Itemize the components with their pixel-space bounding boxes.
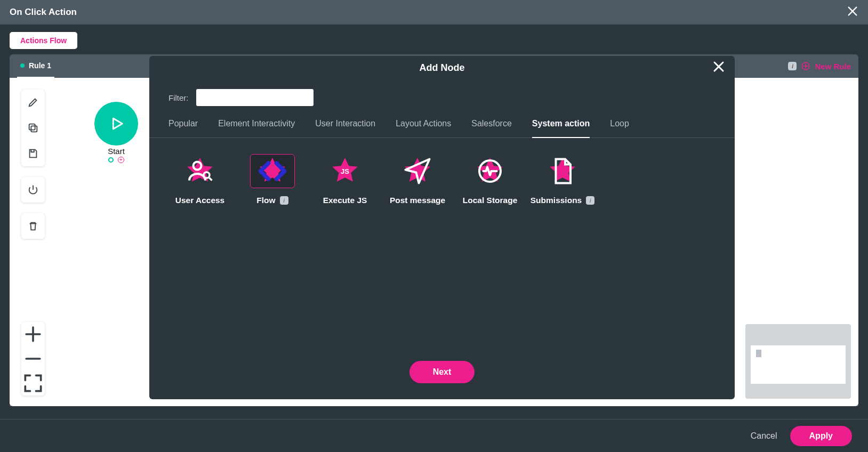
power-button[interactable]: [21, 177, 45, 203]
node-post-message[interactable]: Post message: [386, 154, 449, 205]
plus-circle-icon: [801, 61, 810, 71]
actions-flow-button[interactable]: Actions Flow: [10, 32, 77, 49]
copy-button[interactable]: [21, 115, 45, 141]
delete-button[interactable]: [21, 213, 45, 239]
modal-title: Add Node: [420, 62, 465, 74]
info-icon: i: [788, 62, 797, 70]
canvas-toolbar: [21, 90, 45, 249]
minimap-viewport: [751, 345, 846, 384]
next-button[interactable]: Next: [409, 361, 475, 383]
svg-point-3: [194, 162, 202, 170]
start-node-actions: +: [108, 157, 124, 163]
modal-close-button[interactable]: [712, 60, 725, 75]
tab-user-interaction[interactable]: User Interaction: [315, 119, 375, 138]
tab-system-action[interactable]: System action: [532, 119, 590, 138]
power-icon: [27, 184, 39, 196]
zoom-out-button[interactable]: [21, 346, 45, 371]
copy-icon: [27, 122, 39, 134]
zoom-in-button[interactable]: [21, 322, 45, 346]
new-rule-label: New Rule: [815, 62, 851, 71]
filter-row: Filter:: [149, 79, 735, 109]
svg-rect-2: [29, 124, 35, 130]
dialog-footer: Cancel Apply: [0, 419, 868, 452]
modal-header: Add Node: [149, 56, 735, 79]
rule-tabs: Rule 1: [17, 54, 54, 78]
close-icon: [712, 60, 725, 73]
paper-plane-icon: [401, 155, 433, 187]
fullscreen-icon: [21, 372, 45, 395]
start-node-circle: [94, 102, 138, 146]
nodes-grid: User Access Flowi JS Execute JS: [149, 138, 735, 221]
minimap-node-icon: [756, 350, 761, 357]
node-user-access[interactable]: User Access: [168, 154, 231, 205]
svg-point-4: [204, 172, 210, 178]
status-dot-icon: [20, 63, 25, 68]
dialog-close-button[interactable]: [847, 5, 858, 19]
node-label: Post message: [390, 196, 445, 205]
add-node-modal: Add Node Filter: Popular Element Interac…: [149, 56, 735, 399]
node-label: Execute JS: [323, 196, 367, 205]
node-label: User Access: [175, 196, 225, 205]
top-strip: Actions Flow: [0, 25, 868, 54]
apply-button[interactable]: Apply: [790, 426, 852, 446]
dialog-title: On Click Action: [10, 7, 77, 18]
minimap[interactable]: [745, 324, 851, 399]
modal-footer: Next: [149, 361, 735, 399]
document-icon: [546, 155, 578, 187]
tab-element-interactivity[interactable]: Element Interactivity: [218, 119, 295, 138]
info-icon: i: [280, 196, 288, 205]
filter-input[interactable]: [196, 89, 314, 106]
node-label: Submissions: [531, 196, 582, 205]
info-icon: i: [586, 196, 594, 205]
node-label: Local Storage: [463, 196, 518, 205]
category-tabs: Popular Element Interactivity User Inter…: [149, 109, 735, 138]
tab-salesforce[interactable]: Salesforce: [471, 119, 512, 138]
node-flow[interactable]: Flowi: [241, 154, 304, 205]
start-node[interactable]: Start +: [87, 102, 146, 163]
node-execute-js[interactable]: JS Execute JS: [314, 154, 376, 205]
new-rule-button[interactable]: i New Rule: [788, 61, 851, 71]
user-access-icon: [184, 155, 216, 187]
rule-tab-label: Rule 1: [29, 61, 51, 70]
close-icon: [847, 5, 858, 17]
node-submissions[interactable]: Submissionsi: [531, 154, 594, 205]
fullscreen-button[interactable]: [21, 371, 45, 396]
minus-icon: [21, 347, 45, 370]
edit-button[interactable]: [21, 90, 45, 115]
zoom-controls: [21, 322, 45, 396]
tab-loop[interactable]: Loop: [610, 119, 629, 138]
save-button[interactable]: [21, 141, 45, 166]
cancel-button[interactable]: Cancel: [751, 431, 777, 441]
add-node-icon[interactable]: +: [118, 157, 124, 163]
tab-popular[interactable]: Popular: [168, 119, 198, 138]
play-icon: [107, 115, 125, 133]
start-node-label: Start: [108, 147, 125, 156]
node-local-storage[interactable]: Local Storage: [459, 154, 521, 205]
trash-icon: [27, 220, 39, 232]
tab-layout-actions[interactable]: Layout Actions: [396, 119, 451, 138]
node-anchor-icon[interactable]: [108, 157, 114, 163]
save-icon: [27, 148, 39, 159]
js-icon: JS: [329, 155, 361, 187]
pencil-icon: [27, 96, 39, 108]
code-angle-icon: [256, 155, 288, 187]
rule-tab-1[interactable]: Rule 1: [17, 54, 54, 78]
filter-label: Filter:: [168, 93, 189, 102]
plus-icon: [21, 322, 45, 346]
titlebar: On Click Action: [0, 0, 868, 25]
activity-circle-icon: [474, 155, 506, 187]
svg-rect-1: [31, 126, 37, 132]
node-label: Flow: [256, 196, 275, 205]
